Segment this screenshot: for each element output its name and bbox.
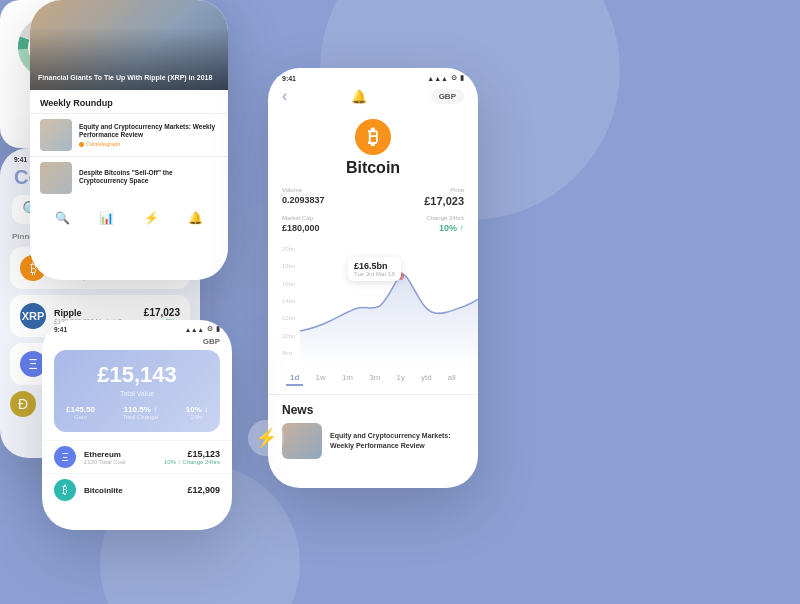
price-chart: 20bn 18bn 16bn 14bn 12bn 10bn 8bn £16.5b… [268,241,478,361]
portfolio-total-value: £15,143 [66,362,208,388]
bitcoinlite-name: Bitcoinlite [84,486,179,495]
ethereum-name: Ethereum [84,450,156,459]
total-change-stat: 110.5% ↑ Total Change [123,405,158,420]
news-text-1: Equity and Cryptocurrency Markets: Weekl… [79,123,218,148]
phone-news: Financial Giants To Tie Up With Ripple (… [30,0,228,280]
dogecoin-icon: Ð [10,391,36,417]
price-label: Price [424,187,464,193]
currency-label-portfolio: GBP [203,337,220,346]
news-mini-text: Equity and Cryptocurrency Markets: Weekl… [330,431,464,451]
bitcoinlite-price: £12,909 [187,485,220,495]
time-tab-bar: 1d 1w 1m 3m 1y ytd all [268,367,478,395]
status-icons-portfolio: ▲▲▲ ⊙ ▮ [185,325,220,333]
stats-row-2: Market Cap £180,000 Change 24hrs 10% ↑ [268,215,478,241]
news-text-2: Despite Bitcoins "Sell-Off" the Cryptocu… [79,169,218,188]
wifi-icon: ⊙ [451,74,457,82]
total-change-value: 110.5% ↑ [123,405,158,414]
bitcoin-logo-icon: ₿ [355,119,391,155]
news-item-2[interactable]: Despite Bitcoins "Sell-Off" the Cryptocu… [30,156,228,199]
signal-icon-p: ▲▲▲ [185,326,204,333]
coin-list-bitcoinlite[interactable]: ₿ Bitcoinlite £12,909 [42,473,232,506]
market-cap-label: Market Cap [282,215,320,221]
ripple-card-icon: XRP [20,303,46,329]
hero-title: Financial Giants To Tie Up With Ripple (… [38,73,212,82]
status-bar-portfolio: 9:41 ▲▲▲ ⊙ ▮ [42,320,232,335]
top-navigation: ‹ 🔔 GBP [268,85,478,111]
news-thumb-1 [40,119,72,151]
price-value: £17,023 [424,195,464,207]
weekly-roundup-title: Weekly Roundup [30,90,228,113]
status-icons: ▲▲▲ ⊙ ▮ [427,74,464,82]
battery-icon-p: ▮ [216,325,220,333]
volume-value: 0.2093837 [282,195,325,205]
coin-list-ethereum[interactable]: Ξ Ethereum £120 Total Cost £15,123 10% ↑… [42,440,232,473]
news-item-1[interactable]: Equity and Cryptocurrency Markets: Weekl… [30,113,228,156]
news-headline-1: Equity and Cryptocurrency Markets: Weekl… [79,123,218,140]
market-cap-value: £180,000 [282,223,320,233]
gain-stat: £145.50 Gain [66,405,95,420]
change-24-value: 10% ↓ [186,405,208,414]
tab-1y[interactable]: 1y [392,371,408,386]
lightning-icon[interactable]: ⚡ [144,211,159,225]
currency-badge[interactable]: GBP [431,89,464,104]
tab-1d[interactable]: 1d [286,371,303,386]
total-change-label: Total Change [123,414,158,420]
coin-name: Bitcoin [268,159,478,177]
gain-label: Gain [66,414,95,420]
news-section-title: News [268,395,478,423]
coin-header: ₿ Bitcoin [268,111,478,187]
phone-portfolio: 9:41 ▲▲▲ ⊙ ▮ GBP £15,143 Total Value £14… [42,320,232,530]
tab-1w[interactable]: 1w [312,371,330,386]
stats-row: Volume 0.2093837 Price £17,023 [268,187,478,215]
news-mini-thumb [282,423,322,459]
volume-label: Volume [282,187,325,193]
wifi-icon-p: ⊙ [207,325,213,333]
battery-icon: ▮ [460,74,464,82]
status-time: 9:41 [282,75,296,82]
callout-date: Tue 3rd Mar 18 [354,271,395,277]
portfolio-value-card: £15,143 Total Value £145.50 Gain 110.5% … [54,350,220,432]
ethereum-change: 10% ↑ Change 24hrs [164,459,220,465]
portfolio-total-label: Total Value [66,390,208,397]
ripple-price-val: £17,023 [144,307,180,318]
change-24-label: 24hr [186,414,208,420]
tab-ytd[interactable]: ytd [417,371,436,386]
tab-3m[interactable]: 3m [365,371,384,386]
chart-callout: £16.5bn Tue 3rd Mar 18 [348,257,401,281]
bell-icon[interactable]: 🔔 [188,211,203,225]
bottom-navigation: 🔍 📊 ⚡ 🔔 [30,203,228,230]
bitcoinlite-price-val: £12,909 [187,485,220,495]
tab-all[interactable]: all [444,371,460,386]
portfolio-sub-stats: £145.50 Gain 110.5% ↑ Total Change 10% ↓… [66,405,208,420]
news-headline-2: Despite Bitcoins "Sell-Off" the Cryptocu… [79,169,218,186]
tab-1m[interactable]: 1m [338,371,357,386]
ethereum-icon: Ξ [54,446,76,468]
news-mini-item[interactable]: Equity and Cryptocurrency Markets: Weekl… [268,423,478,459]
hero-image: Financial Giants To Tie Up With Ripple (… [30,0,228,90]
ripple-card-name: Ripple [54,308,136,318]
phone-bitcoin-detail: 9:41 ▲▲▲ ⊙ ▮ ‹ 🔔 GBP ₿ Bitcoin Volume 0.… [268,68,478,488]
ethereum-cost: £120 Total Cost [84,459,156,465]
status-bar: 9:41 ▲▲▲ ⊙ ▮ [268,68,478,85]
portfolio-header: GBP [42,335,232,350]
chart-icon[interactable]: 📊 [99,211,114,225]
change-label: Change 24hrs [426,215,464,221]
status-time-coins: 9:41 [14,156,27,163]
source-dot-icon [79,142,84,147]
notification-bell-icon[interactable]: 🔔 [351,89,367,104]
callout-value: £16.5bn [354,261,395,271]
ethereum-info: Ethereum £120 Total Cost [84,450,156,465]
price-stat: Price £17,023 [424,187,464,207]
change-stat: Change 24hrs 10% ↑ [426,215,464,233]
chart-y-axis: 20bn 18bn 16bn 14bn 12bn 10bn 8bn [282,241,295,361]
bitcoinlite-icon: ₿ [54,479,76,501]
market-cap-stat: Market Cap £180,000 [282,215,320,233]
bitcoinlite-info: Bitcoinlite [84,486,179,495]
news-thumb-2 [40,162,72,194]
back-button[interactable]: ‹ [282,87,287,105]
ethereum-price-val: £15,123 [164,449,220,459]
floating-nav-icon[interactable]: ⚡ [248,420,284,456]
change-value: 10% ↑ [426,223,464,233]
news-source-1: Cointelegraph [79,141,218,147]
search-icon[interactable]: 🔍 [55,211,70,225]
